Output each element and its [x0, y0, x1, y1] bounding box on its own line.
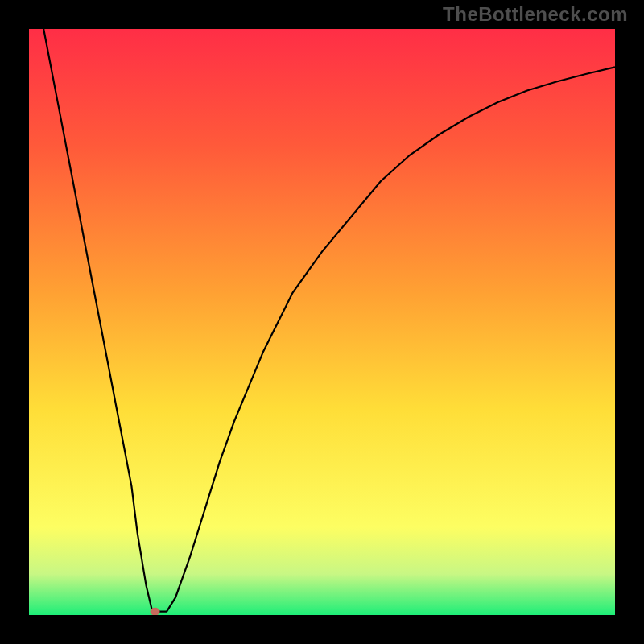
plot-background — [29, 29, 615, 615]
chart-frame: { "watermark": "TheBottleneck.com", "cha… — [0, 0, 644, 644]
optimal-point-marker — [151, 608, 160, 616]
watermark-text: TheBottleneck.com — [443, 3, 628, 26]
chart-svg — [0, 0, 644, 644]
